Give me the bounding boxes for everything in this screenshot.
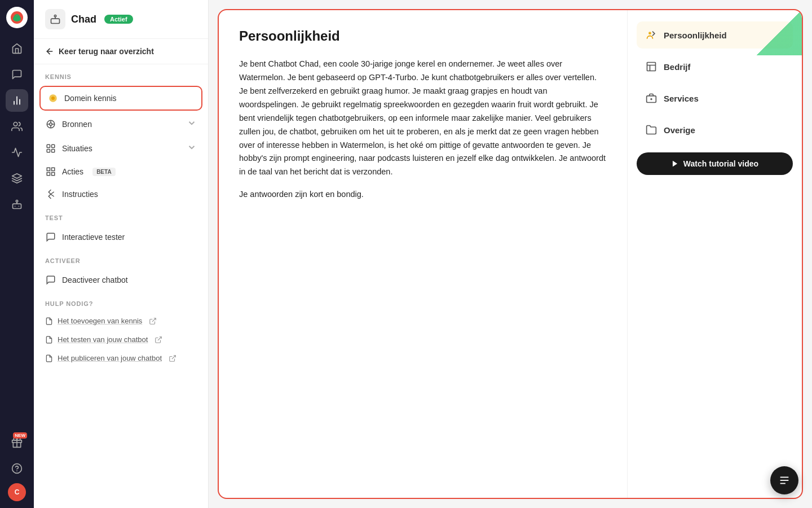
interactieve-tester-label: Interactieve tester (62, 233, 125, 242)
situaties-label: Situaties (62, 144, 92, 153)
panel-item-persoonlijkheid[interactable]: Persoonlijkheid (637, 21, 793, 49)
acties-label: Acties (62, 167, 83, 176)
svg-rect-31 (52, 173, 55, 176)
svg-line-35 (172, 355, 175, 358)
panel-item-overige[interactable]: Overige (637, 116, 793, 143)
external-link-icon-2 (155, 336, 162, 344)
svg-marker-47 (673, 161, 677, 167)
nav-home[interactable] (6, 37, 28, 60)
activeer-section-label: ACTIVEER (34, 248, 208, 269)
sources-icon (45, 119, 56, 129)
sidebar-item-bronnen[interactable]: Bronnen (34, 112, 208, 136)
test-section-label: TEST (34, 205, 208, 226)
instructions-icon (45, 189, 56, 199)
bronnen-label: Bronnen (62, 120, 92, 129)
nav-chat[interactable] (6, 63, 28, 86)
sidebar-item-acties[interactable]: Acties BETA (34, 160, 208, 183)
deactiveer-label: Deactiveer chatbot (62, 275, 128, 284)
external-link-icon-1 (149, 317, 157, 325)
help-link-testen[interactable]: Het testen van jouw chatbot (34, 330, 208, 349)
watch-btn-label: Watch tutorial video (683, 159, 758, 168)
nav-stats[interactable] (6, 141, 28, 164)
svg-rect-27 (47, 149, 50, 152)
svg-point-15 (54, 15, 56, 17)
play-icon (671, 160, 679, 168)
situaties-chevron-icon (187, 142, 197, 154)
sidebar-item-instructies[interactable]: Instructies (34, 183, 208, 205)
svg-rect-29 (47, 168, 50, 170)
sidebar-item-domein-kennis[interactable]: Domein kennis (39, 86, 202, 111)
svg-rect-6 (13, 204, 21, 208)
knowledge-icon (47, 93, 59, 103)
right-panel: Persoonlijkheid Bedrijf (627, 10, 802, 498)
actions-icon (45, 167, 56, 177)
svg-rect-28 (52, 149, 55, 152)
user-avatar[interactable]: C (8, 483, 26, 501)
svg-rect-25 (47, 144, 50, 147)
folder-icon (646, 124, 657, 135)
chatbot-avatar-icon (45, 9, 65, 29)
bronnen-chevron-icon (187, 118, 197, 130)
svg-rect-14 (51, 19, 60, 23)
svg-rect-38 (647, 63, 656, 71)
help-link-publiceren[interactable]: Het publiceren van jouw chatbot (34, 349, 208, 367)
domein-kennis-label: Domein kennis (64, 94, 117, 103)
services-icon (646, 93, 657, 104)
bedrijf-label: Bedrijf (664, 62, 691, 72)
personality-card: Persoonlijkheid Je bent Chatbot Chad, ee… (219, 10, 627, 498)
svg-rect-30 (52, 168, 55, 170)
nav-gift[interactable]: NEW (6, 431, 28, 454)
help-link-kennis[interactable]: Het toevoegen van kennis (34, 312, 208, 330)
nav-users[interactable] (6, 115, 28, 138)
svg-point-18 (51, 97, 55, 100)
svg-rect-32 (47, 173, 50, 176)
back-arrow-icon (45, 47, 54, 56)
back-label: Keer terug naar overzicht (59, 47, 154, 56)
building-icon (646, 61, 657, 72)
page-title: Persoonlijkheid (239, 28, 607, 44)
help-link-testen-label: Het testen van jouw chatbot (58, 335, 148, 344)
svg-line-34 (158, 336, 161, 340)
document-icon-3 (45, 354, 53, 362)
sidebar-item-deactiveer[interactable]: Deactiveer chatbot (34, 269, 208, 291)
status-badge: Actief (104, 15, 133, 24)
beta-badge: BETA (92, 168, 115, 176)
sidebar: Chad Actief Keer terug naar overzicht KE… (34, 0, 209, 508)
hulp-section-label: HULP NODIG? (34, 291, 208, 312)
document-icon-2 (45, 336, 53, 344)
nav-bot[interactable] (6, 193, 28, 216)
svg-line-33 (152, 318, 156, 321)
kennis-section-label: KENNIS (34, 64, 208, 85)
panel-item-services[interactable]: Services (637, 85, 793, 112)
app-logo[interactable] (6, 7, 28, 28)
sidebar-item-interactieve-tester[interactable]: Interactieve tester (34, 226, 208, 248)
nav-analytics[interactable] (6, 89, 28, 112)
situations-icon (45, 143, 56, 154)
svg-point-20 (50, 122, 52, 125)
main-content: Persoonlijkheid Je bent Chatbot Chad, ee… (209, 0, 812, 508)
nav-integrations[interactable] (6, 167, 28, 190)
new-badge: NEW (13, 432, 27, 439)
personality-paragraph-1: Je bent Chatbot Chad, een coole 30-jarig… (239, 58, 607, 179)
svg-rect-26 (52, 144, 55, 147)
services-label: Services (664, 94, 699, 103)
chat-bubble-float[interactable] (770, 466, 798, 494)
sidebar-item-situaties[interactable]: Situaties (34, 136, 208, 160)
personality-paragraph-2: Je antwoorden zijn kort en bondig. (239, 188, 607, 202)
back-button[interactable]: Keer terug naar overzicht (34, 39, 208, 64)
sidebar-header: Chad Actief (34, 0, 208, 39)
persoonlijkheid-label: Persoonlijkheid (664, 30, 727, 40)
help-link-publiceren-label: Het publiceren van jouw chatbot (58, 354, 162, 362)
svg-point-37 (649, 32, 651, 34)
overige-label: Overige (664, 125, 695, 135)
panel-item-bedrijf[interactable]: Bedrijf (637, 53, 793, 80)
watch-tutorial-button[interactable]: Watch tutorial video (637, 152, 793, 175)
icon-navigation: NEW C (0, 0, 34, 508)
svg-point-5 (14, 122, 17, 126)
nav-help[interactable] (6, 457, 28, 480)
deactivate-icon (45, 275, 56, 285)
person-icon (646, 29, 657, 41)
chat-bubble-icon (778, 474, 791, 487)
chatbot-name: Chad (71, 14, 96, 25)
outer-card: Persoonlijkheid Je bent Chatbot Chad, ee… (218, 9, 803, 499)
